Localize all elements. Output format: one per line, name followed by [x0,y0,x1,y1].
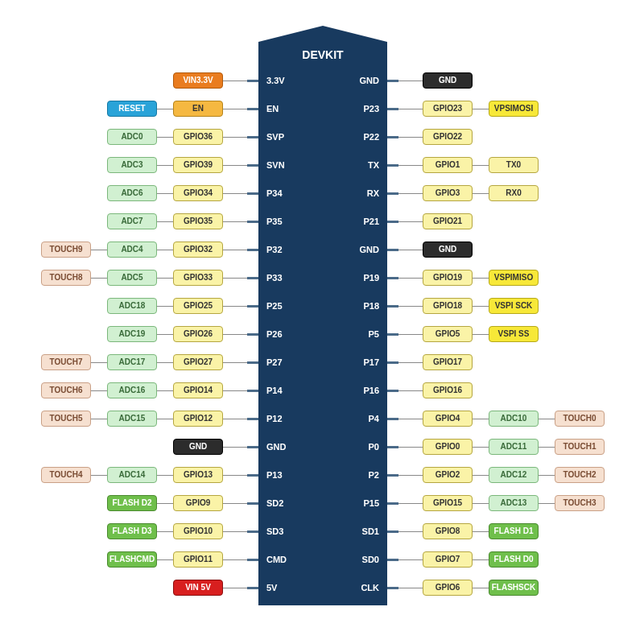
pin-tag: TOUCH2 [555,467,605,483]
pin-label: P32 [266,243,283,256]
pin-tag: TOUCH1 [555,439,605,455]
pin-label: P13 [266,469,283,481]
pin-label: 3.3V [266,74,285,87]
pin-lead [387,80,398,82]
pin-tag: RESET [107,101,157,117]
pin-lead [247,249,258,251]
chip-body: DEVKIT 3.3VENSVPSVNP34P35P32P33P25P26P27… [258,42,387,605]
pin-lead [387,446,398,448]
pin-lead [247,333,258,336]
pin-label: P21 [363,215,379,228]
pin-label: P16 [363,384,379,397]
pin-lead [387,587,398,589]
pin-tag: GPIO8 [423,523,473,539]
pin-tag: GPIO39 [173,157,223,173]
pin-tag: TOUCH6 [41,382,91,398]
pin-tag: GPIO17 [423,354,473,370]
pin-lead [247,136,258,138]
pin-tag: ADC10 [489,411,539,427]
pin-lead [247,587,258,589]
pin-tag: GPIO0 [423,439,473,455]
pin-label: P33 [266,271,283,284]
pin-lead [247,418,258,420]
pin-lead [387,136,398,138]
pin-tag: ADC15 [107,411,157,427]
pin-label: SVN [266,159,285,171]
pin-tag: ADC13 [489,495,539,511]
pin-tag: ADC7 [107,213,157,229]
pin-tag: ADC19 [107,326,157,342]
pin-lead [387,164,398,167]
pin-lead [247,502,258,505]
pin-label: P4 [369,412,379,425]
pin-tag: FLASH D3 [107,523,157,539]
pin-label: P18 [363,299,379,312]
pin-lead [387,221,398,223]
pin-lead [387,390,398,392]
pin-tag: TOUCH0 [555,411,605,427]
pin-label: SD1 [362,525,379,538]
chip-title: DEVKIT [258,48,387,61]
pin-label: P23 [363,102,379,115]
pin-tag: GPIO32 [173,242,223,258]
pin-tag: GPIO11 [173,551,223,568]
pin-lead [387,559,398,561]
pin-tag: GPIO14 [173,382,223,398]
pin-label: P26 [266,328,283,341]
pin-lead [387,305,398,308]
pin-lead [387,333,398,336]
pin-tag: ADC3 [107,157,157,173]
pin-tag: GPIO1 [423,157,473,173]
pin-label: P14 [266,384,283,397]
pin-label: P25 [266,299,283,312]
pin-tag: GPIO27 [173,354,223,370]
pin-tag: GPIO6 [423,580,473,596]
pin-tag: TOUCH4 [41,467,91,483]
pin-tag: GPIO36 [173,129,223,145]
pin-tag: GPIO34 [173,185,223,201]
pin-tag: GPIO16 [423,382,473,398]
pin-label: EN [266,102,279,115]
pin-lead [387,192,398,195]
pin-lead [387,418,398,420]
pin-tag: ADC12 [489,467,539,483]
pin-tag: TOUCH5 [41,411,91,427]
pin-label: TX [368,159,379,171]
pin-lead [387,474,398,477]
pin-tag: ADC14 [107,467,157,483]
pin-label: SD3 [266,525,283,538]
pin-tag: ADC0 [107,129,157,145]
pin-tag: GPIO33 [173,270,223,286]
pin-tag: VSPI SS [489,326,539,342]
pin-lead [247,192,258,195]
pin-lead [387,361,398,364]
pin-label: P19 [363,271,379,284]
pin-tag: GPIO35 [173,213,223,229]
pin-tag: GPIO25 [173,298,223,314]
pin-tag: GPIO19 [423,270,473,286]
pin-lead [247,305,258,308]
pin-tag: FLASH D1 [489,523,539,539]
pin-tag: GPIO2 [423,467,473,483]
pin-lead [247,446,258,448]
pin-lead [247,221,258,223]
pin-label: P15 [363,497,379,510]
pin-tag: GPIO23 [423,101,473,117]
pin-tag: GPIO13 [173,467,223,483]
pin-tag: VPSIMOSI [489,101,539,117]
pin-tag: FLASH D2 [107,495,157,511]
pin-tag: GPIO26 [173,326,223,342]
pin-label: GND [266,440,286,453]
pin-tag: GPIO21 [423,213,473,229]
pin-label: P35 [266,215,283,228]
pin-lead [247,530,258,533]
pin-tag: RX0 [489,185,539,201]
pin-lead [247,108,258,110]
pin-label: RX [367,187,379,200]
pin-tag: GPIO22 [423,129,473,145]
pin-lead [387,277,398,279]
pin-label: GND [360,243,379,256]
pin-label: P34 [266,187,283,200]
pin-tag: GPIO3 [423,185,473,201]
pin-tag: TOUCH3 [555,495,605,511]
